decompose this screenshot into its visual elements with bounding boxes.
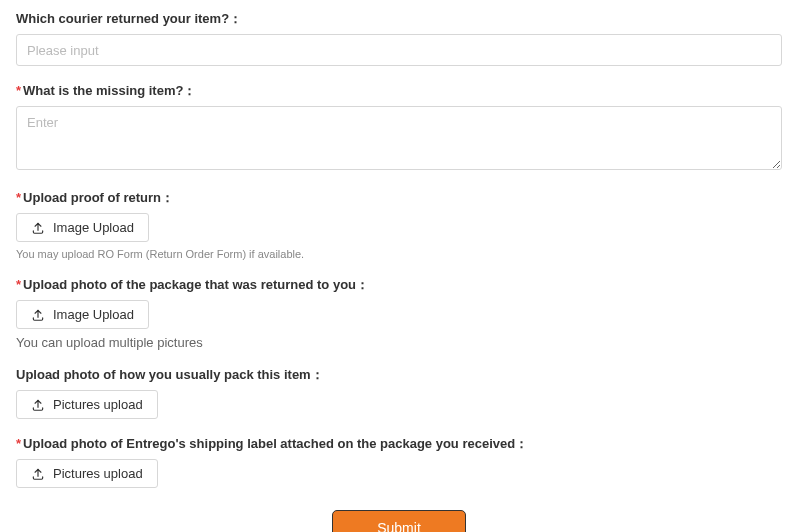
label-text: Upload proof of return： (23, 190, 174, 205)
label-text: Upload photo of how you usually pack thi… (16, 367, 324, 382)
label-text: What is the missing item?： (23, 83, 196, 98)
label-text: Upload photo of Entrego's shipping label… (23, 436, 528, 451)
upload-button-label: Pictures upload (53, 466, 143, 481)
label-text: Upload photo of the package that was ret… (23, 277, 369, 292)
upload-icon (31, 308, 45, 322)
pack-photo-upload-button[interactable]: Pictures upload (16, 390, 158, 419)
label-text: Which courier returned your item?： (16, 11, 242, 26)
field-shipping-label-photo: *Upload photo of Entrego's shipping labe… (16, 435, 782, 488)
label-proof-of-return: *Upload proof of return： (16, 189, 782, 207)
required-marker: * (16, 277, 21, 292)
label-shipping-label-photo: *Upload photo of Entrego's shipping labe… (16, 435, 782, 453)
required-marker: * (16, 436, 21, 451)
required-marker: * (16, 83, 21, 98)
courier-input[interactable] (16, 34, 782, 66)
label-courier: Which courier returned your item?： (16, 10, 782, 28)
upload-icon (31, 398, 45, 412)
missing-item-textarea[interactable] (16, 106, 782, 170)
field-courier: Which courier returned your item?： (16, 10, 782, 66)
label-missing-item: *What is the missing item?： (16, 82, 782, 100)
submit-button[interactable]: Submit (332, 510, 466, 532)
shipping-label-upload-button[interactable]: Pictures upload (16, 459, 158, 488)
upload-icon (31, 221, 45, 235)
field-proof-of-return: *Upload proof of return： Image Upload Yo… (16, 189, 782, 260)
submit-row: Submit (16, 510, 782, 532)
submit-button-label: Submit (377, 520, 421, 532)
package-photo-upload-button[interactable]: Image Upload (16, 300, 149, 329)
field-pack-photo: Upload photo of how you usually pack thi… (16, 366, 782, 419)
label-pack-photo: Upload photo of how you usually pack thi… (16, 366, 782, 384)
label-package-photo: *Upload photo of the package that was re… (16, 276, 782, 294)
proof-help-text: You may upload RO Form (Return Order For… (16, 248, 782, 260)
package-photo-help-text: You can upload multiple pictures (16, 335, 782, 350)
field-package-photo: *Upload photo of the package that was re… (16, 276, 782, 350)
proof-upload-button[interactable]: Image Upload (16, 213, 149, 242)
upload-button-label: Image Upload (53, 220, 134, 235)
required-marker: * (16, 190, 21, 205)
upload-button-label: Image Upload (53, 307, 134, 322)
upload-icon (31, 467, 45, 481)
upload-button-label: Pictures upload (53, 397, 143, 412)
field-missing-item: *What is the missing item?： (16, 82, 782, 173)
